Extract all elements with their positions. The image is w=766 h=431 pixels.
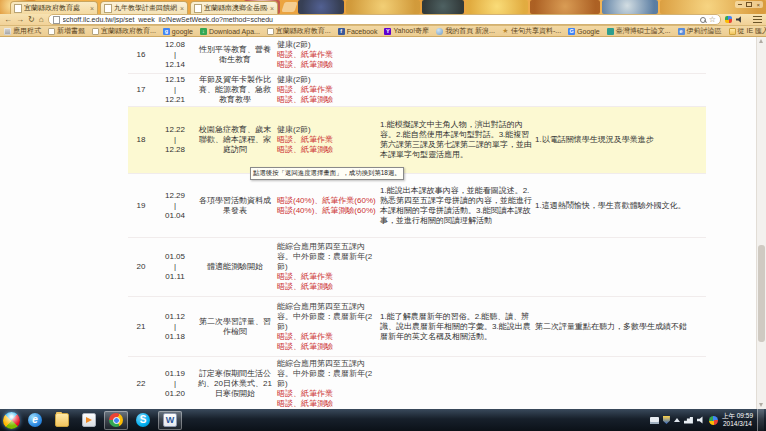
bookmark-item[interactable]: ★ 佳句共享資料-... [502,26,561,36]
theme-artwork-blob [530,0,600,14]
bookmark-item[interactable]: g google [163,28,193,35]
week-number: 20 [128,262,154,272]
bookmark-item[interactable]: Y Yahoo!奇摩 [384,26,429,36]
bookmark-favicon: e [678,28,685,35]
assessment-line-1: 晤談、紙筆作業 [277,135,377,145]
start-button[interactable] [3,412,20,429]
assessment-line-1: 晤談、紙筆作業 [277,272,377,282]
browser-tab[interactable]: 宜蘭縣南澳鄉金岳國小 × [190,1,278,14]
activity-subject: 性別平等教育、營養衛生教育 [196,45,274,65]
media-icon [82,413,96,427]
table-row[interactable]: 16 12.08 | 12.14 性別平等教育、營養衛生教育 健康(2節) 晤談… [128,37,706,74]
scroll-up-arrow[interactable] [759,39,763,43]
back-button[interactable]: ← [4,16,12,24]
ime-language-icon[interactable] [650,417,659,424]
theme-artwork-blob [466,0,528,14]
theme-artwork-blob [602,0,658,14]
assessment-cell: 健康(2節) 晤談、紙筆作業 晤談、紙筆測驗 [277,40,377,70]
bookmark-item[interactable]: e 伊莉討論區 [678,26,722,36]
scrollbar-thumb[interactable] [758,245,765,342]
taskbar-app-button[interactable]: W [158,411,182,430]
reload-button[interactable]: ↻ [28,16,35,24]
scroll-down-arrow[interactable] [759,403,763,407]
browser-tab[interactable]: 宜蘭縣政府教育處 × [10,1,98,14]
url-text[interactable]: schoff.ilc.edu.tw/jsp/set_week_ilc/NewSe… [63,16,697,23]
table-row[interactable]: 17 12.15 | 12.21 年節及賀年卡製作比賽、能源教育、急救教育教學 … [128,74,706,107]
show-hidden-icons-arrow[interactable] [674,418,680,422]
taskbar-app-button[interactable] [77,411,101,430]
forward-button[interactable]: → [16,16,24,24]
table-row[interactable]: 22 01.19 | 01.20 訂定寒假期間生活公約、20日休業式、21日寒假… [128,357,706,409]
assessment-line-2: 晤談(40%)、紙筆測驗(60%) [277,206,377,216]
bookmark-label: 新增書籤 [57,26,85,36]
plan-text: 能綜合應用第四至五課內容。中外節慶：農曆新年(2節) [277,359,377,389]
taskbar-app-button[interactable]: e [23,411,47,430]
bookmark-favicon [607,28,614,35]
bookmark-star-icon[interactable]: ☆ [709,16,716,24]
activity-subject: 各項學習活動資料成果發表 [196,196,274,216]
tab-close-icon[interactable]: × [90,5,94,12]
assessment-cell: 能綜合應用第四至五課內容。中外節慶：農曆新年(2節) 晤談、紙筆作業 晤談、紙筆… [277,242,377,292]
bookmark-item[interactable]: 我的首頁 新浪... [436,26,495,36]
security-shield-icon[interactable] [663,416,670,424]
plan-text: 能綜合應用第四至五課內容。中外節慶：農曆新年(2節) [277,302,377,332]
bookmark-item[interactable]: f Facebook [338,28,378,35]
bookmark-favicon [267,28,274,35]
table-row[interactable]: 19 12.29 | 01.04 各項學習活動資料成果發表 晤談(40%)、紙筆… [128,174,706,238]
bookmark-item[interactable]: 新增書籤 [48,26,85,36]
bookmark-item[interactable]: 宜蘭縣政府教育... [267,26,331,36]
table-row[interactable]: 20 01.05 | 01.11 體適能測驗開始 能綜合應用第四至五課內容。中外… [128,238,706,297]
tab-close-icon[interactable]: × [180,5,184,12]
assessment-cell: 健康(2節) 晤談、紙筆作業 晤談、紙筆測驗 [277,125,377,155]
week-date-range: 01.05 | 01.11 [157,252,193,282]
bookmark-item[interactable]: G Google [568,28,600,35]
assessment-line-2: 晤談、紙筆測驗 [277,399,377,409]
taskbar-app-button[interactable] [50,411,74,430]
plan-text: 能綜合應用第四至五課內容。中外節慶：農曆新年(2節) [277,242,377,272]
taskbar-app-button[interactable] [104,411,128,430]
close-button[interactable]: × [756,2,760,8]
system-tray: 上午 09:59 2014/3/14 [650,409,766,431]
bookmark-item[interactable]: ↓ Download Apa... [200,28,260,35]
volume-extension-icon[interactable] [736,16,743,23]
browser-tab[interactable]: 九年教學計畫回饋網 × [100,1,188,14]
bookmark-item[interactable]: 從 IE 匯入 [729,26,766,36]
minimize-button[interactable] [738,4,742,5]
bookmark-label: google [172,28,193,35]
tray-app-icon[interactable] [709,416,718,425]
browser-menu-icon[interactable] [753,16,762,23]
taskbar-clock[interactable]: 上午 09:59 2014/3/14 [722,412,753,428]
maximize-button[interactable] [746,2,752,7]
skype-icon: S [136,413,150,427]
theme-artwork-blob [346,0,420,14]
vertical-scrollbar[interactable] [756,37,766,409]
volume-icon[interactable] [697,416,705,424]
home-button[interactable]: ⌂ [39,16,44,24]
bookmark-favicon [729,28,736,35]
bookmark-label: Facebook [347,28,378,35]
zoom-icon[interactable] [700,17,706,23]
show-desktop-button[interactable] [757,409,764,431]
bookmark-item[interactable]: 宜蘭縣政府教育... [92,26,156,36]
bookmark-favicon [92,28,99,35]
address-bar[interactable]: schoff.ilc.edu.tw/jsp/set_week_ilc/NewSe… [48,14,721,25]
bookmark-label: Yahoo!奇摩 [393,26,429,36]
new-tab-button[interactable] [281,2,297,12]
network-icon[interactable] [684,417,693,424]
link-tooltip: 點選後按「返回進度選擇畫面」，成功換到第18週。 [250,167,404,180]
web-page-content: 16 12.08 | 12.14 性別平等教育、營養衛生教育 健康(2節) 晤談… [0,37,766,409]
extension-icon[interactable] [725,16,732,23]
table-row[interactable]: 18 12.22 | 12.28 校園急症教育、歲末聯歡、繪本課程、家庭訪問 健… [128,107,706,174]
bookmark-item[interactable]: 應用程式 [4,26,41,36]
bookmark-item[interactable]: 臺灣博碩士論文... [607,26,671,36]
plan-text: 健康(2節) [277,125,377,135]
plan-text: 健康(2節) [277,40,377,50]
assessment-cell: 晤談(40%)、紙筆作業(60%) 晤談(40%)、紙筆測驗(60%) [277,196,377,216]
taskbar-app-button[interactable]: S [131,411,155,430]
table-row[interactable]: 21 01.12 | 01.18 第二次學習評量、習作檢閱 能綜合應用第四至五課… [128,297,706,357]
tab-close-icon[interactable]: × [270,5,274,12]
activity-subject: 訂定寒假期間生活公約、20日休業式、21日寒假開始 [196,369,274,399]
assessment-cell: 健康(2節) 晤談、紙筆作業 晤談、紙筆測驗 [277,75,377,105]
bookmark-label: 宜蘭縣政府教育... [101,26,156,36]
word-icon: W [163,413,177,427]
